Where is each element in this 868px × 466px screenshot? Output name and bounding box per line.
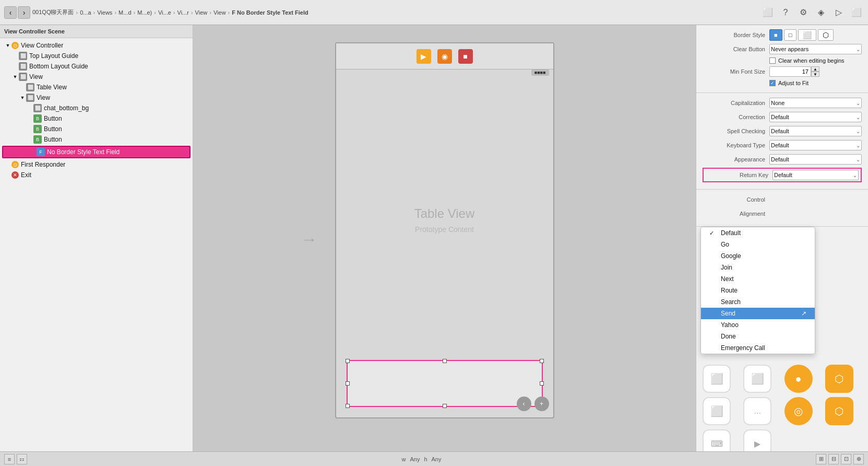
breadcrumb-item[interactable]: 0...a bbox=[80, 9, 91, 16]
device-toolbar: ▶ ◉ ■ bbox=[336, 43, 553, 69]
step-down[interactable]: ▼ bbox=[811, 72, 819, 77]
min-font-size-input[interactable] bbox=[769, 66, 811, 77]
tree-item-first-responder[interactable]: ⊙ First Responder bbox=[0, 159, 193, 170]
lib-icon-dots[interactable]: ... bbox=[743, 397, 771, 425]
tree-item-bottom-layout[interactable]: ⬜ Bottom Layout Guide bbox=[0, 61, 193, 72]
handle-top-right[interactable] bbox=[540, 359, 544, 363]
device-back-btn[interactable]: ‹ bbox=[517, 397, 531, 411]
dropdown-item-google[interactable]: Google bbox=[701, 250, 815, 262]
lib-icon-keyboard[interactable]: ⌨ bbox=[703, 429, 731, 451]
breadcrumb-item[interactable]: Vi...e bbox=[158, 9, 171, 16]
toggle-icon[interactable]: ▼ bbox=[11, 74, 19, 79]
bottom-icon-3[interactable]: ⊞ bbox=[816, 454, 826, 464]
window-icon[interactable]: ⬜ bbox=[849, 5, 864, 20]
toggle-icon[interactable]: ▼ bbox=[4, 43, 11, 48]
handle-bottom-left[interactable] bbox=[346, 404, 350, 408]
min-font-stepper[interactable]: ▲ ▼ bbox=[811, 66, 819, 77]
lib-icon-white-square3[interactable]: ⬜ bbox=[703, 397, 731, 425]
tree-item-view-controller[interactable]: ▼ ⊙ View Controller bbox=[0, 40, 193, 51]
dropdown-item-next[interactable]: Next bbox=[701, 273, 815, 285]
tree-item-button3[interactable]: B Button bbox=[0, 134, 193, 145]
step-up[interactable]: ▲ bbox=[811, 66, 819, 72]
breadcrumb-item[interactable]: M...d bbox=[118, 9, 131, 16]
tree-item-top-layout[interactable]: ⬜ Top Layout Guide bbox=[0, 51, 193, 61]
border-btn-none[interactable]: □ bbox=[784, 29, 797, 41]
tree-item-view2[interactable]: ▼ ⬜ View bbox=[0, 92, 193, 103]
dropdown-item-go[interactable]: Go bbox=[701, 239, 815, 250]
breadcrumb-item[interactable]: 001QQ聊天界面 bbox=[32, 8, 74, 16]
handle-mid-left[interactable] bbox=[346, 381, 350, 386]
lib-icon-cube2[interactable]: ⬡ bbox=[825, 397, 853, 425]
handle-bottom-center[interactable] bbox=[443, 404, 447, 408]
breadcrumb-item[interactable]: View bbox=[195, 9, 208, 16]
lib-icon-white-square[interactable]: ⬜ bbox=[703, 365, 731, 393]
tree-item-text-field[interactable]: F No Border Style Text Field bbox=[2, 146, 191, 158]
keyboard-type-select[interactable]: Default ⌄ bbox=[769, 140, 862, 150]
bottom-icon-2[interactable]: ⚏ bbox=[17, 454, 27, 464]
dropdown-item-join[interactable]: Join bbox=[701, 262, 815, 273]
bottom-icon-6[interactable]: ⊕ bbox=[853, 454, 864, 464]
dropdown-item-default[interactable]: ✓ Default bbox=[701, 227, 815, 239]
tree-label: View Controller bbox=[21, 42, 63, 49]
breadcrumb-item[interactable]: M...e) bbox=[137, 9, 152, 16]
bookmark-icon[interactable]: ◈ bbox=[814, 5, 828, 20]
border-btn-rounded[interactable]: ⬡ bbox=[818, 29, 834, 41]
lib-icon-yellow-circle[interactable]: ● bbox=[784, 365, 813, 393]
select-arrow-icon: ⌄ bbox=[856, 114, 860, 120]
toggle-icon[interactable]: ▼ bbox=[19, 95, 26, 100]
dropdown-item-done[interactable]: Done bbox=[701, 331, 815, 342]
tree-view: ▼ ⊙ View Controller ⬜ Top Layout Guide ⬜… bbox=[0, 38, 193, 451]
dropdown-item-emergency-call[interactable]: Emergency Call bbox=[701, 342, 815, 354]
lib-icon-cube[interactable]: ⬡ bbox=[825, 365, 853, 393]
handle-top-center[interactable] bbox=[443, 359, 447, 363]
bottom-icon-1[interactable]: ≡ bbox=[4, 454, 15, 464]
return-key-select[interactable]: Default ⌄ bbox=[772, 170, 859, 180]
nav-buttons[interactable]: ‹ › bbox=[4, 6, 30, 19]
handle-top-left[interactable] bbox=[346, 359, 350, 363]
lib-icon-play[interactable]: ▶ bbox=[743, 429, 771, 451]
breadcrumb-item[interactable]: Views bbox=[97, 9, 112, 16]
share-icon[interactable]: ⬜ bbox=[760, 5, 775, 20]
dropdown-item-send[interactable]: Send ↗ bbox=[701, 308, 815, 319]
device-add-btn[interactable]: + bbox=[534, 397, 549, 411]
selected-textfield[interactable] bbox=[347, 360, 543, 407]
toolbar-right: ⬜ ? ⚙ ◈ ▷ ⬜ bbox=[760, 5, 864, 20]
bottom-icon-4[interactable]: ⊟ bbox=[828, 454, 839, 464]
object-library: ⬜ ⬜ ● ⬡ ⬜ ... ◎ bbox=[696, 358, 868, 451]
tree-item-button2[interactable]: B Button bbox=[0, 124, 193, 134]
clear-editing-checkbox[interactable] bbox=[769, 57, 776, 64]
help-icon[interactable]: ? bbox=[778, 5, 793, 20]
adjust-fit-checkbox[interactable]: ✓ bbox=[769, 80, 776, 86]
border-btn-line[interactable]: ⬜ bbox=[798, 29, 816, 41]
bottom-icon-5[interactable]: ⊡ bbox=[841, 454, 851, 464]
breadcrumb-item[interactable]: View bbox=[213, 9, 226, 16]
tree-item-table-view[interactable]: ⬜ Table View bbox=[0, 82, 193, 92]
handle-mid-right[interactable] bbox=[540, 381, 544, 386]
tree-item-view[interactable]: ▼ ⬜ View bbox=[0, 72, 193, 82]
dropdown-item-search[interactable]: Search bbox=[701, 296, 815, 308]
tree-item-button1[interactable]: B Button bbox=[0, 113, 193, 124]
tree-item-chat-bg[interactable]: ⬜ chat_bottom_bg bbox=[0, 103, 193, 113]
settings-icon[interactable]: ⚙ bbox=[796, 5, 811, 20]
nav-forward-button[interactable]: › bbox=[18, 6, 30, 19]
view-icon: ⬜ bbox=[19, 73, 27, 81]
capitalization-label: Capitalization bbox=[703, 100, 765, 106]
nav-back-button[interactable]: ‹ bbox=[4, 6, 17, 19]
breadcrumb-item[interactable]: Vi...r bbox=[177, 9, 189, 16]
clear-button-select[interactable]: Never appears ⌄ bbox=[769, 44, 862, 54]
dropdown-item-route[interactable]: Route bbox=[701, 285, 815, 296]
dropdown-item-yahoo[interactable]: Yahoo bbox=[701, 319, 815, 331]
capitalization-select[interactable]: None ⌄ bbox=[769, 98, 862, 108]
nav-icon[interactable]: ▷ bbox=[831, 5, 846, 20]
cursor-indicator: ↗ bbox=[801, 310, 806, 317]
dev-toolbar-icon-3: ■ bbox=[458, 49, 473, 64]
lib-icon-white-square2[interactable]: ⬜ bbox=[743, 365, 771, 393]
alignment-label: Alignment bbox=[703, 211, 765, 217]
border-btn-solid[interactable]: ■ bbox=[769, 29, 782, 41]
correction-select[interactable]: Default ⌄ bbox=[769, 112, 862, 122]
appearance-select[interactable]: Default ⌄ bbox=[769, 154, 862, 165]
lib-icon-yellow-target[interactable]: ◎ bbox=[784, 397, 813, 425]
right-panel: Border Style ■ □ ⬜ ⬡ Clear Button Never … bbox=[696, 25, 868, 451]
tree-item-exit[interactable]: ✕ Exit bbox=[0, 170, 193, 180]
spell-checking-select[interactable]: Default ⌄ bbox=[769, 126, 862, 136]
